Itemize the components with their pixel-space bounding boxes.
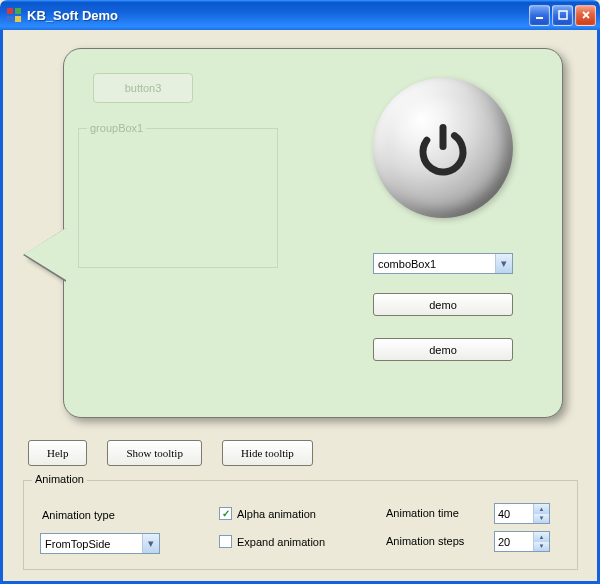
animation-time-value: 40 [495, 508, 533, 520]
show-tooltip-button[interactable]: Show tooltip [107, 440, 202, 466]
animation-group-label: Animation [32, 473, 87, 485]
ghost-groupbox-label: groupBox1 [87, 122, 146, 134]
expand-animation-checkbox[interactable] [219, 535, 232, 548]
chevron-down-icon: ▾ [142, 534, 159, 553]
animation-steps-spinner[interactable]: 20 ▲▼ [494, 531, 550, 552]
alpha-animation-label: Alpha animation [237, 508, 316, 520]
client-area: button3 groupBox1 comboBox1 ▾ demo demo … [0, 30, 600, 584]
tooltip-callout: button3 groupBox1 comboBox1 ▾ demo demo [33, 48, 563, 418]
app-icon [6, 7, 22, 23]
help-button[interactable]: Help [28, 440, 87, 466]
animation-steps-value: 20 [495, 536, 533, 548]
chevron-down-icon[interactable]: ▼ [534, 514, 549, 524]
chevron-down-icon[interactable]: ▼ [534, 542, 549, 552]
expand-animation-label: Expand animation [237, 536, 325, 548]
animation-time-label: Animation time [386, 507, 459, 519]
svg-rect-0 [7, 8, 13, 14]
minimize-button[interactable] [529, 5, 550, 26]
animation-steps-label: Animation steps [386, 535, 464, 547]
chevron-down-icon: ▾ [495, 254, 512, 273]
help-button-label: Help [47, 447, 68, 459]
alpha-animation-checkbox[interactable]: ✓ [219, 507, 232, 520]
svg-rect-3 [15, 16, 21, 22]
chevron-up-icon[interactable]: ▲ [534, 504, 549, 514]
svg-rect-1 [15, 8, 21, 14]
svg-rect-4 [536, 17, 543, 19]
animation-type-select[interactable]: FromTopSide ▾ [40, 533, 160, 554]
hide-tooltip-button[interactable]: Hide tooltip [222, 440, 313, 466]
demo-button-1[interactable]: demo [373, 293, 513, 316]
demo-button-2-label: demo [429, 344, 457, 356]
demo-button-1-label: demo [429, 299, 457, 311]
animation-time-spinner[interactable]: 40 ▲▼ [494, 503, 550, 524]
ghost-button-label: button3 [125, 82, 162, 94]
animation-groupbox: Animation Animation type FromTopSide ▾ ✓… [23, 480, 578, 570]
window-title: KB_Soft Demo [27, 8, 529, 23]
ghost-groupbox1: groupBox1 [78, 128, 278, 268]
chevron-up-icon[interactable]: ▲ [534, 532, 549, 542]
power-icon [411, 116, 475, 180]
power-button[interactable] [373, 78, 513, 218]
check-icon: ✓ [222, 508, 230, 519]
ghost-button3[interactable]: button3 [93, 73, 193, 103]
hide-tooltip-label: Hide tooltip [241, 447, 294, 459]
maximize-button[interactable] [552, 5, 573, 26]
svg-rect-2 [7, 16, 13, 22]
svg-rect-5 [559, 11, 567, 19]
close-button[interactable] [575, 5, 596, 26]
titlebar: KB_Soft Demo [0, 0, 600, 30]
combobox1-value: comboBox1 [378, 258, 436, 270]
svg-rect-7 [440, 124, 447, 150]
demo-button-2[interactable]: demo [373, 338, 513, 361]
show-tooltip-label: Show tooltip [126, 447, 183, 459]
animation-type-value: FromTopSide [45, 538, 110, 550]
animation-type-label: Animation type [42, 509, 115, 521]
combobox1[interactable]: comboBox1 ▾ [373, 253, 513, 274]
